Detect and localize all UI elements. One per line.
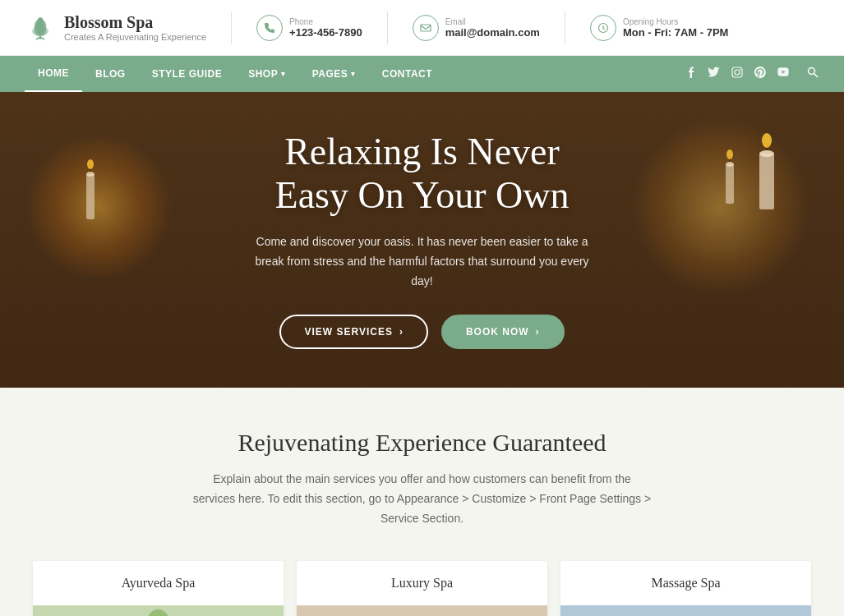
email-text: Email mail@domain.com (445, 17, 540, 39)
svg-rect-7 (421, 25, 431, 31)
instagram-icon[interactable] (731, 66, 744, 82)
hours-info: Opening Hours Mon - Fri: 7AM - 7PM (590, 15, 729, 41)
hours-value: Mon - Fri: 7AM - 7PM (623, 26, 729, 39)
hero-title: Relaxing Is Never Easy On Your Own (275, 131, 570, 218)
pages-dropdown-arrow: ▾ (351, 70, 356, 78)
search-icon[interactable] (806, 66, 819, 82)
logo-area[interactable]: Blossom Spa Creates A Rejuvenating Exper… (25, 10, 206, 45)
view-services-button[interactable]: VIEW SERVICES › (279, 315, 427, 349)
header-divider-3 (565, 11, 565, 44)
email-label: Email (445, 17, 540, 26)
card-image-luxury (297, 605, 547, 616)
phone-info: Phone +123-456-7890 (256, 15, 362, 41)
nav-item-shop[interactable]: SHOP ▾ (235, 56, 299, 92)
service-card-luxury[interactable]: Luxury Spa (297, 561, 547, 616)
nav-item-contact[interactable]: CONTACT (369, 56, 445, 92)
logo-name: Blossom Spa (64, 13, 206, 32)
svg-point-3 (36, 17, 44, 34)
hours-text: Opening Hours Mon - Fri: 7AM - 7PM (623, 17, 729, 39)
email-value: mail@domain.com (445, 26, 540, 39)
book-now-button[interactable]: BOOK NOW › (441, 315, 565, 349)
section-title: Rejuvenating Experience Guaranteed (25, 429, 819, 457)
card-title-massage: Massage Spa (560, 561, 811, 605)
nav-item-pages[interactable]: PAGES ▾ (299, 56, 369, 92)
card-image-massage (560, 605, 811, 616)
arrow-right-icon-2: › (536, 326, 540, 338)
phone-label: Phone (289, 17, 362, 26)
hero-subtitle: Come and discover your oasis. It has nev… (250, 232, 595, 291)
header-divider-2 (387, 11, 388, 44)
service-card-ayurveda[interactable]: Ayurveda Spa (33, 561, 284, 616)
hero-buttons: VIEW SERVICES › BOOK NOW › (279, 315, 564, 349)
twitter-icon[interactable] (708, 66, 721, 82)
service-cards-container: Ayurveda Spa Luxury Spa (25, 561, 819, 616)
hero-section: Relaxing Is Never Easy On Your Own Come … (0, 92, 844, 388)
card-image-ayurveda (33, 605, 284, 616)
logo-tagline: Creates A Rejuvenating Experience (64, 32, 206, 42)
nav-social-icons (685, 66, 819, 82)
nav-links: HOME BLOG STYLE GUIDE SHOP ▾ PAGES ▾ CON… (25, 56, 685, 92)
phone-value: +123-456-7890 (289, 26, 362, 39)
nav-item-blog[interactable]: BLOG (82, 56, 139, 92)
svg-rect-9 (732, 67, 742, 77)
svg-rect-32 (297, 605, 547, 616)
svg-rect-38 (560, 605, 811, 616)
nav-item-home[interactable]: HOME (25, 56, 82, 92)
svg-point-10 (735, 70, 740, 75)
email-icon (413, 15, 439, 41)
main-nav: HOME BLOG STYLE GUIDE SHOP ▾ PAGES ▾ CON… (0, 56, 844, 92)
clock-icon (590, 15, 616, 41)
phone-text: Phone +123-456-7890 (289, 17, 362, 39)
shop-dropdown-arrow: ▾ (281, 70, 286, 78)
hero-content: Relaxing Is Never Easy On Your Own Come … (0, 92, 844, 388)
logo-text: Blossom Spa Creates A Rejuvenating Exper… (64, 13, 206, 42)
section-description: Explain about the main services you offe… (192, 470, 653, 528)
facebook-icon[interactable] (685, 66, 698, 82)
svg-line-13 (814, 74, 819, 78)
svg-point-11 (740, 69, 741, 71)
card-title-luxury: Luxury Spa (297, 561, 547, 605)
email-info: Email mail@domain.com (413, 15, 540, 41)
card-title-ayurveda: Ayurveda Spa (33, 561, 284, 605)
services-section: Rejuvenating Experience Guaranteed Expla… (0, 388, 844, 616)
site-header: Blossom Spa Creates A Rejuvenating Exper… (0, 0, 844, 56)
logo-icon (25, 10, 56, 45)
svg-point-12 (809, 68, 815, 75)
nav-item-style-guide[interactable]: STYLE GUIDE (139, 56, 236, 92)
phone-icon (256, 15, 283, 41)
header-divider-1 (231, 11, 232, 44)
hours-label: Opening Hours (623, 17, 729, 26)
arrow-right-icon: › (399, 326, 404, 338)
service-card-massage[interactable]: Massage Spa (560, 561, 811, 616)
youtube-icon[interactable] (777, 66, 790, 82)
pinterest-icon[interactable] (754, 66, 767, 82)
